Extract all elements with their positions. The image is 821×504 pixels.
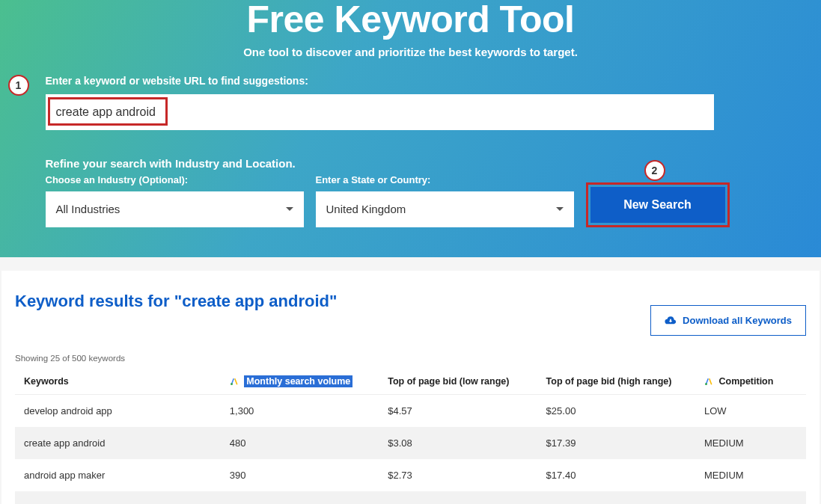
chevron-down-icon xyxy=(556,207,564,211)
keyword-input-label: Enter a keyword or website URL to find s… xyxy=(46,75,779,87)
refine-label: Refine your search with Industry and Loc… xyxy=(46,157,779,170)
svg-point-1 xyxy=(705,383,707,385)
cell-low: $4.57 xyxy=(379,394,537,427)
table-header-row: Keywords Monthly search volume Top of pa… xyxy=(15,369,806,395)
cell-low: $3.08 xyxy=(379,427,537,459)
cell-kw: android app builder xyxy=(15,491,221,505)
cell-vol: 1,300 xyxy=(221,394,379,427)
header-volume[interactable]: Monthly search volume xyxy=(221,369,379,395)
download-keywords-button[interactable]: Download all Keywords xyxy=(650,305,806,336)
cell-comp: MEDIUM xyxy=(695,459,806,491)
header-competition-text: Competition xyxy=(718,376,773,387)
header-competition[interactable]: Competition xyxy=(695,369,806,395)
chevron-down-icon xyxy=(286,207,293,211)
google-ads-icon xyxy=(230,377,239,386)
annotation-marker-1: 1 xyxy=(8,75,29,96)
cloud-download-icon xyxy=(665,316,677,325)
cell-vol: 320 xyxy=(221,491,379,505)
cell-vol: 480 xyxy=(221,427,379,459)
cell-high: $17.39 xyxy=(537,427,695,459)
hero-section: Free Keyword Tool One tool to discover a… xyxy=(0,0,821,257)
header-keywords[interactable]: Keywords xyxy=(15,369,221,395)
industry-value: All Industries xyxy=(56,203,120,215)
cell-kw: create app android xyxy=(15,427,221,459)
cell-comp: MEDIUM xyxy=(695,427,806,459)
showing-count: Showing 25 of 500 keywords xyxy=(15,354,806,363)
new-search-button[interactable]: New Search xyxy=(590,187,725,223)
cell-comp: LOW xyxy=(695,394,806,427)
annotation-marker-2: 2 xyxy=(644,160,665,181)
industry-select[interactable]: All Industries xyxy=(46,191,304,227)
industry-label: Choose an Industry (Optional): xyxy=(46,174,304,185)
table-row[interactable]: android app maker390$2.73$17.40MEDIUM xyxy=(15,459,806,491)
cell-high: $17.40 xyxy=(537,459,695,491)
cell-low: $2.73 xyxy=(379,459,537,491)
results-panel: Keyword results for "create app android"… xyxy=(1,271,820,505)
page-title: Free Keyword Tool xyxy=(43,0,779,40)
page-subtitle: One tool to discover and prioritize the … xyxy=(43,46,779,58)
table-row[interactable]: android app builder320$2.45$13.13MEDIUM xyxy=(15,491,806,505)
cell-comp: MEDIUM xyxy=(695,491,806,505)
cell-vol: 390 xyxy=(221,459,379,491)
search-form: 1 Enter a keyword or website URL to find… xyxy=(43,75,779,227)
cell-high: $25.00 xyxy=(537,394,695,427)
location-select[interactable]: United Kingdom xyxy=(316,191,574,227)
header-bid-high[interactable]: Top of page bid (high range) xyxy=(537,369,695,395)
location-value: United Kingdom xyxy=(326,203,406,215)
cell-high: $13.13 xyxy=(537,491,695,505)
cell-low: $2.45 xyxy=(379,491,537,505)
keyword-table: Keywords Monthly search volume Top of pa… xyxy=(15,369,806,505)
location-label: Enter a State or Country: xyxy=(316,174,574,185)
header-bid-low[interactable]: Top of page bid (low range) xyxy=(379,369,537,395)
table-row[interactable]: develop android app1,300$4.57$25.00LOW xyxy=(15,394,806,427)
results-title: Keyword results for "create app android" xyxy=(15,292,337,311)
table-row[interactable]: create app android480$3.08$17.39MEDIUM xyxy=(15,427,806,459)
header-volume-text: Monthly search volume xyxy=(244,375,352,387)
svg-point-0 xyxy=(231,383,233,385)
cell-kw: develop android app xyxy=(15,394,221,427)
annotation-highlight-button: New Search xyxy=(586,182,730,227)
download-label: Download all Keywords xyxy=(683,315,792,326)
keyword-input[interactable] xyxy=(46,94,714,130)
cell-kw: android app maker xyxy=(15,459,221,491)
google-ads-icon xyxy=(704,377,713,386)
